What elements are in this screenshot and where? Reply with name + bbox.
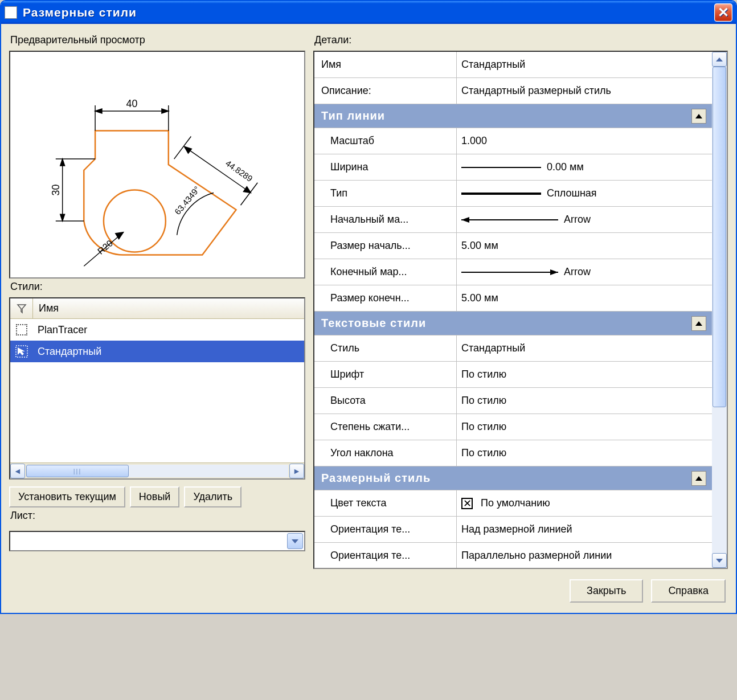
property-row[interactable]: Начальный ма...Arrow bbox=[314, 207, 712, 233]
app-icon bbox=[5, 6, 17, 19]
close-icon[interactable]: ✕ bbox=[714, 3, 732, 22]
preview-box: 40 30 R20 63.4349° bbox=[9, 51, 305, 279]
property-row[interactable]: Цвет текста✕По умолчанию bbox=[314, 490, 712, 517]
collapse-icon[interactable] bbox=[691, 109, 706, 124]
arrow-sample-icon bbox=[461, 216, 558, 224]
property-value[interactable]: ✕По умолчанию bbox=[457, 490, 712, 516]
property-name: Начальный ма... bbox=[314, 207, 457, 232]
property-row[interactable]: ВысотаПо стилю bbox=[314, 388, 712, 414]
scroll-track[interactable] bbox=[26, 465, 288, 477]
style-icon bbox=[10, 324, 33, 335]
scroll-thumb[interactable] bbox=[713, 67, 726, 407]
property-value[interactable]: 0.00 мм bbox=[457, 154, 712, 180]
property-group-header[interactable]: Размерный стиль bbox=[314, 466, 712, 490]
property-name: Шрифт bbox=[314, 362, 457, 387]
property-row[interactable]: Степень сжати...По стилю bbox=[314, 414, 712, 440]
property-value[interactable]: Стандартный bbox=[457, 335, 712, 361]
dialog-footer: Закрыть Справка bbox=[1, 569, 736, 613]
property-value[interactable]: По стилю bbox=[457, 362, 712, 387]
dim-left: 30 bbox=[50, 185, 62, 196]
filter-icon[interactable] bbox=[10, 298, 33, 318]
details-property-grid: ИмяСтандартныйОписание:Стандартный разме… bbox=[313, 51, 728, 569]
property-name: Ширина bbox=[314, 154, 457, 180]
svg-marker-20 bbox=[18, 347, 25, 355]
scroll-right-button[interactable]: ► bbox=[289, 464, 304, 478]
property-value[interactable]: 5.00 мм bbox=[457, 285, 712, 311]
property-value[interactable]: Arrow bbox=[457, 259, 712, 285]
vertical-scrollbar[interactable] bbox=[712, 52, 727, 568]
set-current-button[interactable]: Установить текущим bbox=[9, 486, 125, 507]
svg-marker-4 bbox=[95, 109, 102, 113]
property-value[interactable]: По стилю bbox=[457, 388, 712, 414]
property-row[interactable]: Конечный мар...Arrow bbox=[314, 259, 712, 285]
property-value[interactable]: Сплошная bbox=[457, 181, 712, 206]
property-value[interactable]: 1.000 bbox=[457, 128, 712, 154]
property-row[interactable]: ТипСплошная bbox=[314, 181, 712, 207]
property-row[interactable]: Масштаб1.000 bbox=[314, 128, 712, 154]
property-value[interactable]: Параллельно размерной линии bbox=[457, 543, 712, 568]
close-button[interactable]: Закрыть bbox=[570, 579, 643, 603]
scroll-thumb[interactable] bbox=[26, 465, 129, 477]
dim-top: 40 bbox=[126, 98, 138, 109]
property-name: Цвет текста bbox=[314, 490, 457, 516]
property-name: Описание: bbox=[314, 78, 457, 104]
list-header[interactable]: Имя bbox=[10, 298, 304, 319]
window-title: Размерные стили bbox=[23, 6, 137, 19]
scroll-up-button[interactable] bbox=[712, 52, 727, 67]
scroll-left-button[interactable]: ◄ bbox=[10, 464, 25, 478]
property-name: Ориентация те... bbox=[314, 517, 457, 542]
list-rows: PlanTracer Стандартный bbox=[10, 319, 304, 462]
property-value[interactable]: По стилю bbox=[457, 440, 712, 466]
property-row[interactable]: Ширина0.00 мм bbox=[314, 154, 712, 181]
property-name: Степень сжати... bbox=[314, 414, 457, 440]
dim-diag: 44.8289 bbox=[224, 158, 254, 183]
property-row[interactable]: Ориентация те...Параллельно размерной ли… bbox=[314, 543, 712, 569]
delete-button[interactable]: Удалить bbox=[184, 486, 241, 507]
titlebar[interactable]: Размерные стили ✕ bbox=[1, 1, 736, 24]
property-row[interactable]: ИмяСтандартный bbox=[314, 52, 712, 78]
collapse-icon[interactable] bbox=[691, 471, 706, 486]
property-row[interactable]: Размер конечн...5.00 мм bbox=[314, 285, 712, 312]
property-name: Размер конечн... bbox=[314, 285, 457, 311]
property-name: Размер началь... bbox=[314, 233, 457, 259]
property-row[interactable]: ШрифтПо стилю bbox=[314, 362, 712, 388]
list-item-label: Стандартный bbox=[33, 346, 101, 358]
property-value[interactable]: Arrow bbox=[457, 207, 712, 232]
style-icon bbox=[10, 345, 33, 358]
property-name: Тип bbox=[314, 181, 457, 206]
property-row[interactable]: СтильСтандартный bbox=[314, 335, 712, 362]
checkbox-icon: ✕ bbox=[461, 498, 473, 509]
property-value[interactable]: Над размерной линией bbox=[457, 517, 712, 542]
arrow-sample-icon bbox=[461, 268, 558, 276]
column-name[interactable]: Имя bbox=[33, 302, 304, 314]
property-value[interactable]: Стандартный размерный стиль bbox=[457, 78, 712, 104]
property-value[interactable]: 5.00 мм bbox=[457, 233, 712, 259]
property-value[interactable]: По стилю bbox=[457, 414, 712, 440]
svg-marker-17 bbox=[243, 187, 251, 193]
scroll-down-button[interactable] bbox=[712, 553, 727, 568]
styles-label: Стили: bbox=[10, 281, 305, 293]
property-group-header[interactable]: Тип линии bbox=[314, 104, 712, 128]
property-value[interactable]: Стандартный bbox=[457, 52, 712, 77]
property-row[interactable]: Описание:Стандартный размерный стиль bbox=[314, 78, 712, 104]
list-item[interactable]: PlanTracer bbox=[10, 319, 304, 341]
scroll-track[interactable] bbox=[712, 67, 727, 553]
svg-marker-18 bbox=[18, 305, 26, 313]
list-item[interactable]: Стандартный bbox=[10, 341, 304, 362]
group-label: Размерный стиль bbox=[314, 466, 691, 490]
help-button[interactable]: Справка bbox=[651, 579, 726, 603]
property-row[interactable]: Ориентация те...Над размерной линией bbox=[314, 517, 712, 543]
property-row[interactable]: Размер началь...5.00 мм bbox=[314, 233, 712, 259]
property-row[interactable]: Угол наклонаПо стилю bbox=[314, 440, 712, 466]
collapse-icon[interactable] bbox=[691, 316, 706, 331]
sheet-dropdown[interactable] bbox=[9, 531, 305, 551]
property-name: Высота bbox=[314, 388, 457, 414]
sheet-label: Лист: bbox=[10, 510, 305, 522]
preview-label: Предварительный просмотр bbox=[10, 34, 305, 46]
property-group-header[interactable]: Текстовые стили bbox=[314, 312, 712, 335]
new-button[interactable]: Новый bbox=[130, 486, 180, 507]
property-name: Ориентация те... bbox=[314, 543, 457, 568]
chevron-down-icon[interactable] bbox=[287, 533, 303, 549]
group-label: Тип линии bbox=[314, 104, 691, 128]
horizontal-scrollbar[interactable]: ◄ ► bbox=[10, 462, 304, 478]
